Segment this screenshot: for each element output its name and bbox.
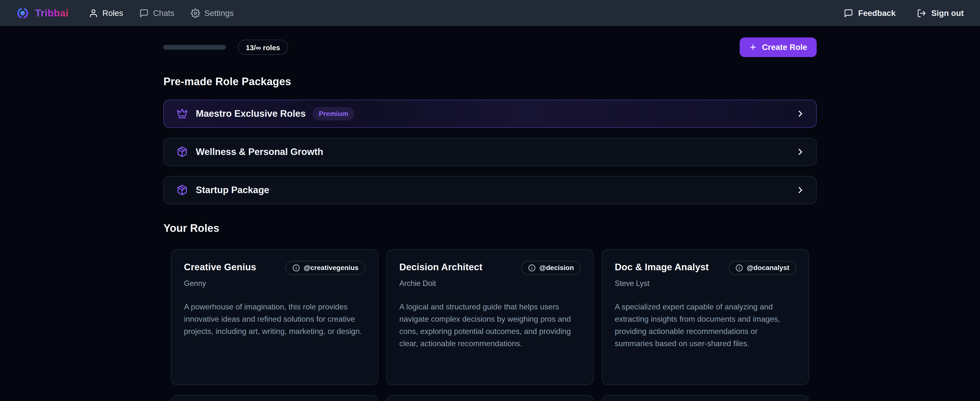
nav-item-label: Settings — [204, 8, 234, 18]
role-card-subtitle: Archie Doit — [399, 279, 581, 288]
chat-bubble-icon — [844, 8, 853, 18]
brand-name: Tribbai — [35, 7, 69, 19]
role-card-title: Creative Genius — [184, 262, 256, 273]
role-cards-grid: Creative Genius @creativegenius Genny A … — [163, 249, 816, 401]
role-card-doc-image-analyst[interactable]: Doc & Image Analyst @docanalyst Steve Ly… — [602, 249, 809, 385]
role-card-description: A specialized expert capable of analyzin… — [615, 301, 796, 350]
role-handle: @decision — [539, 264, 574, 272]
user-icon — [89, 8, 98, 18]
package-row-startup-package[interactable]: Startup Package — [163, 176, 816, 204]
create-role-label: Create Role — [762, 43, 807, 52]
sign-out-button[interactable]: Sign out — [917, 8, 964, 18]
nav-item-label: Chats — [153, 8, 174, 18]
top-navigation-bar: Tribbai Roles Chats Settings Feedback — [0, 0, 980, 26]
package-label: Maestro Exclusive Roles — [196, 108, 306, 119]
nav-item-label: Roles — [102, 8, 123, 18]
nav-item-settings[interactable]: Settings — [191, 8, 234, 18]
main-content: 13/∞ roles Create Role Pre-made Role Pac… — [163, 37, 816, 401]
info-icon — [293, 264, 300, 272]
package-row-maestro-exclusive-roles[interactable]: Maestro Exclusive Roles Premium — [163, 100, 816, 128]
package-list: Maestro Exclusive Roles Premium Wellness… — [163, 100, 816, 204]
package-icon — [177, 146, 188, 157]
app-root: Tribbai Roles Chats Settings Feedback — [0, 0, 980, 401]
premium-badge: Premium — [312, 107, 354, 120]
role-handle-badge[interactable]: @creativegenius — [286, 261, 365, 275]
logout-icon — [917, 8, 926, 18]
chevron-right-icon — [795, 109, 805, 119]
top-actions: Feedback Sign out — [844, 8, 964, 18]
role-card-partial[interactable] — [171, 395, 378, 401]
package-row-wellness-personal-growth[interactable]: Wellness & Personal Growth — [163, 138, 816, 166]
packages-section-title: Pre-made Role Packages — [163, 76, 816, 88]
role-handle: @docanalyst — [747, 264, 789, 272]
role-card-partial[interactable] — [602, 395, 809, 401]
roles-count-badge: 13/∞ roles — [238, 40, 288, 55]
brand-logo-icon — [16, 6, 29, 20]
nav-item-roles[interactable]: Roles — [89, 8, 123, 18]
roles-progress-bar — [163, 45, 226, 50]
role-card-partial[interactable] — [386, 395, 594, 401]
nav-item-chats[interactable]: Chats — [139, 8, 174, 18]
crown-icon — [177, 108, 188, 119]
role-handle: @creativegenius — [304, 264, 358, 272]
brand-home-link[interactable]: Tribbai — [16, 6, 68, 20]
role-card-subtitle: Steve Lyst — [615, 279, 796, 288]
gear-icon — [191, 8, 200, 18]
info-icon — [528, 264, 536, 272]
chevron-right-icon — [795, 147, 805, 157]
role-handle-badge[interactable]: @docanalyst — [729, 261, 796, 275]
create-role-button[interactable]: Create Role — [740, 37, 817, 57]
info-icon — [735, 264, 743, 272]
package-label: Startup Package — [196, 185, 269, 195]
package-label: Wellness & Personal Growth — [196, 146, 323, 157]
role-card-description: A logical and structured guide that help… — [399, 301, 581, 350]
plus-icon — [749, 43, 757, 51]
feedback-button[interactable]: Feedback — [844, 8, 896, 18]
role-card-subtitle: Genny — [184, 279, 365, 288]
role-card-decision-architect[interactable]: Decision Architect @decision Archie Doit… — [386, 249, 594, 385]
sign-out-label: Sign out — [931, 8, 964, 18]
chevron-right-icon — [795, 185, 805, 195]
role-card-creative-genius[interactable]: Creative Genius @creativegenius Genny A … — [171, 249, 378, 385]
role-handle-badge[interactable]: @decision — [521, 261, 581, 275]
roles-toolbar: 13/∞ roles Create Role — [163, 37, 816, 57]
feedback-label: Feedback — [858, 8, 896, 18]
role-card-description: A powerhouse of imagination, this role p… — [184, 301, 365, 338]
role-card-title: Doc & Image Analyst — [615, 262, 709, 273]
role-card-title: Decision Architect — [399, 262, 482, 273]
your-roles-section-title: Your Roles — [163, 222, 816, 234]
main-nav: Roles Chats Settings — [89, 8, 234, 18]
chat-bubble-icon — [139, 8, 149, 18]
package-icon — [177, 184, 188, 196]
